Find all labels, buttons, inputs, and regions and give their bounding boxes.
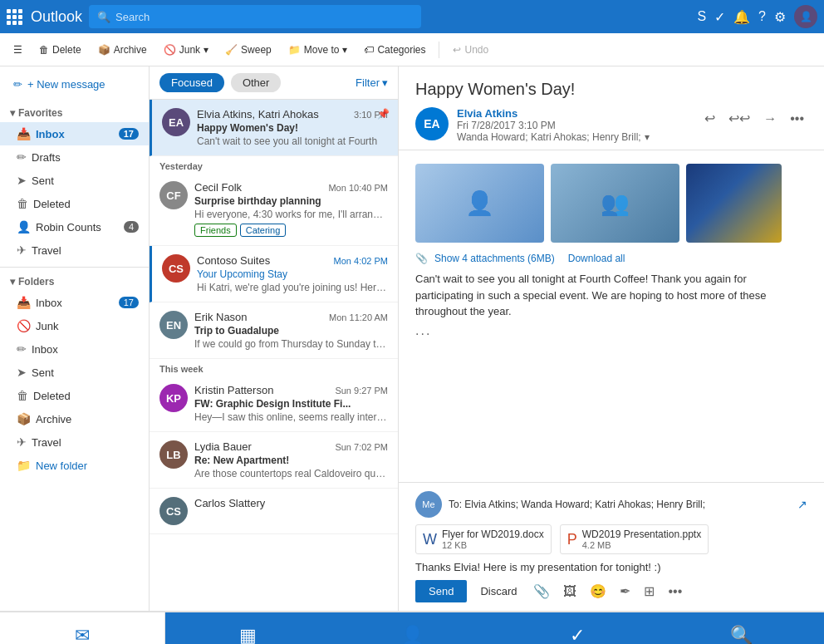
tab-focused[interactable]: Focused xyxy=(159,73,224,92)
categories-button[interactable]: 🏷 Categories xyxy=(357,41,432,59)
table-icon[interactable]: ⊞ xyxy=(640,580,658,602)
sidebar-item-folders-travel[interactable]: ✈ Travel xyxy=(0,430,149,454)
sender-1: Cecil Folk xyxy=(194,181,242,194)
reply-all-button[interactable]: ↩↩ xyxy=(725,107,753,130)
sidebar-item-inbox[interactable]: 📥 Inbox 17 xyxy=(0,122,149,145)
more-icon[interactable]: ••• xyxy=(665,581,685,602)
download-all-label[interactable]: Download all xyxy=(568,253,625,264)
edit-icon: ✏ xyxy=(17,342,27,356)
reply-button[interactable]: ↩ xyxy=(701,107,719,130)
nav-calendar[interactable]: ▦ 日历 xyxy=(165,612,330,644)
sidebar-item-archive[interactable]: 📦 Archive xyxy=(0,407,149,430)
email-list-tabs: Focused Other Filter ▾ xyxy=(150,66,398,100)
send-button[interactable]: Send xyxy=(415,580,467,602)
file-size-0: 12 KB xyxy=(442,540,544,550)
sidebar-item-junk[interactable]: 🚫 Junk xyxy=(0,314,149,337)
folders-header[interactable]: ▾ Folders xyxy=(0,273,149,291)
attachments-row[interactable]: 📎 Show 4 attachments (6MB) Download all xyxy=(415,253,807,264)
email-list: Focused Other Filter ▾ EA Elvia Atkins, … xyxy=(150,66,399,611)
reply-to-text: To: Elvia Atkins; Wanda Howard; Katri Ah… xyxy=(449,499,791,510)
pin-icon-0: 📌 xyxy=(377,108,390,120)
sidebar-item-folders-sent[interactable]: ➤ Sent xyxy=(0,361,149,384)
undo-button[interactable]: ↩ Undo xyxy=(446,41,495,59)
attachment-files: W Flyer for WD2019.docx 12 KB P WD2019 P… xyxy=(415,524,807,554)
nav-tasks[interactable]: ✓ 任务 xyxy=(495,612,660,644)
archive-icon: 📦 xyxy=(98,44,110,56)
signature-icon[interactable]: ✒ xyxy=(616,580,634,602)
help-icon[interactable]: ? xyxy=(758,9,766,24)
email-item-0[interactable]: EA Elvia Atkins, Katri Ahokas 3:10 PM Ha… xyxy=(150,100,398,156)
email-content-1: Cecil Folk Mon 10:40 PM Surprise birthda… xyxy=(194,181,388,237)
bell-icon[interactable]: 🔔 xyxy=(733,9,750,25)
email-detail: Happy Women's Day! EA Elvia Atkins Fri 7… xyxy=(399,66,824,611)
detail-meta: EA Elvia Atkins Fri 7/28/2017 3:10 PM Wa… xyxy=(415,107,807,143)
delete-icon: 🗑 xyxy=(39,44,49,56)
sidebar-item-folders-inbox2[interactable]: ✏ Inbox xyxy=(0,337,149,361)
subject-5: Re: New Apartment! xyxy=(194,455,388,466)
time-3: Mon 11:20 AM xyxy=(329,312,388,322)
app-logo: Outlook xyxy=(7,8,82,26)
reply-text[interactable]: Thanks Elvia! Here is my presentation fo… xyxy=(415,561,807,573)
preview-1: Hi everyone, 4:30 works for me, I'll arr… xyxy=(194,209,388,220)
settings-icon[interactable]: ⚙ xyxy=(774,9,786,25)
sidebar-item-deleted[interactable]: 🗑 Deleted xyxy=(0,192,149,215)
reply-avatar: Me xyxy=(415,491,442,518)
user-avatar[interactable]: 👤 xyxy=(794,5,817,28)
nav-people[interactable]: 👤 人员 xyxy=(330,612,494,644)
expand-reply-icon[interactable]: ↗ xyxy=(797,498,807,511)
image-icon[interactable]: 🖼 xyxy=(560,581,580,602)
tab-other[interactable]: Other xyxy=(231,73,282,92)
sidebar-item-robin-counts[interactable]: 👤 Robin Counts 4 xyxy=(0,215,149,238)
nav-people-icon: 👤 xyxy=(401,625,424,644)
archive-button[interactable]: 📦 Archive xyxy=(91,41,154,59)
delete-button[interactable]: 🗑 Delete xyxy=(32,41,88,59)
sidebar-item-folders-inbox[interactable]: 📥 Inbox 17 xyxy=(0,291,149,314)
main-layout: ✏ + New message ▾ Favorites 📥 Inbox 17 ✏… xyxy=(0,66,824,611)
emoji-icon[interactable]: 😊 xyxy=(586,580,610,602)
sidebar-item-folders-deleted[interactable]: 🗑 Deleted xyxy=(0,384,149,407)
sidebar-item-travel[interactable]: ✈ Travel xyxy=(0,238,149,262)
sidebar-item-drafts[interactable]: ✏ Drafts xyxy=(0,145,149,169)
nav-email-icon: ✉ xyxy=(75,625,90,644)
moveto-chevron: ▾ xyxy=(342,44,347,56)
time-2: Mon 4:02 PM xyxy=(334,256,388,266)
detail-title: Happy Women's Day! xyxy=(415,80,807,99)
email-item-2[interactable]: CS Contoso Suites Mon 4:02 PM Your Upcom… xyxy=(150,246,398,302)
move-to-button[interactable]: 📁 Move to ▾ xyxy=(282,41,355,59)
sidebar-item-sent[interactable]: ➤ Sent xyxy=(0,169,149,192)
more-actions-button[interactable]: ••• xyxy=(787,108,807,130)
file-name-1: WD2019 Presentation.pptx xyxy=(582,528,701,540)
new-message-button[interactable]: ✏ + New message xyxy=(7,73,142,96)
search-bar[interactable]: 🔍 xyxy=(89,5,421,28)
email-item-1[interactable]: CF Cecil Folk Mon 10:40 PM Surprise birt… xyxy=(150,173,398,246)
preview-2: Hi Katri, we're glad you're joining us! … xyxy=(197,282,388,293)
sidebar-item-new-folder[interactable]: 📁 New folder xyxy=(0,454,149,477)
filter-button[interactable]: Filter ▾ xyxy=(356,76,388,89)
sweep-button[interactable]: 🧹 Sweep xyxy=(218,41,278,59)
grid-icon[interactable] xyxy=(7,9,22,25)
detail-sender-name[interactable]: Elvia Atkins xyxy=(457,107,693,120)
nav-email[interactable]: ✉ 电子邮件 xyxy=(0,612,165,644)
expand-to-chevron[interactable]: ▾ xyxy=(645,131,650,143)
email-item-5[interactable]: LB Lydia Bauer Sun 7:02 PM Re: New Apart… xyxy=(150,432,398,489)
email-item-6[interactable]: CS Carlos Slattery xyxy=(150,489,398,534)
email-item-4[interactable]: KP Kristin Patterson Sun 9:27 PM FW: Gra… xyxy=(150,376,398,432)
skype-icon[interactable]: S xyxy=(697,9,706,24)
discard-button[interactable]: Discard xyxy=(473,580,523,602)
favorites-section: ▾ Favorites 📥 Inbox 17 ✏ Drafts ➤ Sent 🗑… xyxy=(0,102,149,263)
checkmark-icon[interactable]: ✓ xyxy=(714,9,725,25)
file-item-0[interactable]: W Flyer for WD2019.docx 12 KB xyxy=(415,524,552,554)
attach-icon[interactable]: 📎 xyxy=(530,580,553,602)
file-item-1[interactable]: P WD2019 Presentation.pptx 4.2 MB xyxy=(560,524,709,554)
nav-search[interactable]: 🔍 搜索 xyxy=(660,612,824,644)
forward-button[interactable]: → xyxy=(760,108,780,130)
toolbar: ☰ 🗑 Delete 📦 Archive 🚫 Junk ▾ 🧹 Sweep 📁 … xyxy=(0,33,824,66)
email-item-3[interactable]: EN Erik Nason Mon 11:20 AM Trip to Guada… xyxy=(150,302,398,359)
junk-button[interactable]: 🚫 Junk ▾ xyxy=(157,41,215,59)
search-input[interactable] xyxy=(115,11,413,23)
time-5: Sun 7:02 PM xyxy=(335,442,388,452)
hamburger-button[interactable]: ☰ xyxy=(7,41,29,59)
move-icon: 📁 xyxy=(288,44,301,56)
attachment-image-2: 👥 xyxy=(551,164,679,243)
favorites-header[interactable]: ▾ Favorites xyxy=(0,104,149,122)
